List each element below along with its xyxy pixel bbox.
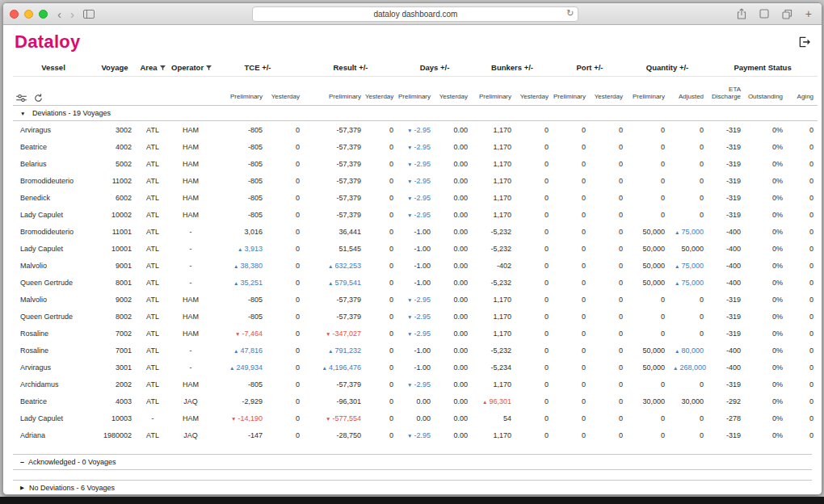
share-icon[interactable]: [734, 8, 749, 19]
cell-value: 0: [389, 346, 393, 355]
cell-value: 0: [296, 380, 300, 388]
voyage-row[interactable]: Archidamus2002ATLHAM-8050-57,3790▼-2.950…: [13, 376, 818, 393]
voyage-row[interactable]: Rosaline7001ATL-▲47,8160▲791,2320-1.000.…: [13, 342, 818, 359]
subheader-quantity-adjusted[interactable]: Adjusted: [669, 77, 708, 106]
subheader-port-preliminary[interactable]: Preliminary: [553, 77, 590, 106]
cell-value: -: [190, 245, 192, 253]
cell-area: ATL: [136, 426, 170, 443]
filter-icon[interactable]: [160, 65, 166, 71]
voyage-row[interactable]: Lady Capulet10002ATLHAM-8050-57,3790▼-2.…: [13, 206, 818, 223]
subheader-eta-discharge[interactable]: ETA Discharge: [708, 77, 745, 106]
voyage-row[interactable]: Belarius5002ATLHAM-8050-57,3790▼-2.950.0…: [13, 155, 818, 172]
section-label: No Deviations - 6 Voyages: [29, 484, 115, 492]
tab-overview-icon[interactable]: [780, 9, 795, 19]
subheader-port-yesterday[interactable]: Yesterday: [590, 77, 627, 106]
section-header-acknowledged[interactable]: – Acknowledged - 0 Voyages: [13, 454, 812, 470]
subheader-bunkers-yesterday[interactable]: Yesterday: [515, 77, 553, 106]
voyage-row[interactable]: Lady Capulet10003-HAM▼-14,1900▼-577,5540…: [13, 410, 818, 426]
col-header-bunkers[interactable]: Bunkers +/-: [472, 58, 553, 77]
collapse-toggle-icon[interactable]: ▶: [20, 485, 24, 491]
subheader-outstanding[interactable]: Outstanding: [745, 77, 787, 106]
collapse-toggle-icon[interactable]: ▼: [20, 111, 25, 116]
cell-port-yesterday: 0: [590, 342, 627, 359]
cell-value: 0: [544, 194, 549, 202]
cell-value: 3002: [116, 126, 132, 134]
voyage-row[interactable]: Lady Capulet10001ATL-▲3,913051,5450-1.00…: [13, 240, 818, 257]
col-header-quantity[interactable]: Quantity +/-: [627, 58, 708, 77]
voyage-row[interactable]: Beatrice4002ATLHAM-8050-57,3790▼-2.950.0…: [13, 138, 818, 155]
new-tab-button[interactable]: +: [802, 8, 815, 19]
cell-days-preliminary: -1.00: [397, 223, 435, 240]
forward-button[interactable]: ›: [68, 8, 77, 20]
cell-eta-discharge: -319: [708, 376, 745, 393]
back-button[interactable]: ‹: [55, 8, 64, 20]
voyage-row[interactable]: Arviragus3001ATL-▲249,9340▲4,196,4760-1.…: [13, 359, 818, 376]
cell-result-preliminary: 36,441: [304, 223, 365, 240]
voyage-row[interactable]: Beatrice4003ATLJAQ-2,9290-96,30100.000.0…: [13, 393, 818, 410]
minimize-window-button[interactable]: [24, 10, 33, 19]
col-header-area[interactable]: Area: [136, 58, 170, 77]
collapse-toggle-icon[interactable]: –: [20, 459, 24, 466]
new-window-icon[interactable]: [757, 9, 771, 19]
subheader-bunkers-preliminary[interactable]: Preliminary: [472, 77, 515, 106]
voyage-row[interactable]: Malvolio9002ATLHAM-8050-57,3790▼-2.950.0…: [13, 291, 818, 308]
col-header-days[interactable]: Days +/-: [397, 58, 472, 77]
col-header-voyage[interactable]: Voyage: [94, 58, 136, 77]
subheader-quantity-preliminary[interactable]: Preliminary: [627, 77, 669, 106]
zoom-window-button[interactable]: [39, 10, 48, 19]
cell-value: 0%: [772, 414, 783, 422]
col-header-vessel[interactable]: Vessel: [13, 58, 94, 77]
cell-value: 0.00: [453, 414, 468, 422]
voyage-row[interactable]: Rosaline7002ATLHAM▼-7,4640▼-347,0270▼-2.…: [13, 325, 818, 342]
subheader-result-preliminary[interactable]: Preliminary: [304, 77, 365, 106]
voyage-row[interactable]: Malvolio9001ATL-▲38,3800▲632,2530-1.000.…: [13, 257, 818, 274]
close-window-button[interactable]: [10, 10, 19, 19]
refresh-icon[interactable]: [34, 94, 43, 103]
col-header-tce[interactable]: TCE +/-: [212, 58, 304, 77]
cell-eta-discharge: -400: [708, 274, 745, 291]
cell-value: 0: [296, 346, 300, 355]
cell-value: 0: [389, 330, 393, 338]
col-header-payment-status[interactable]: Payment Status: [708, 58, 818, 77]
cell-value: 75,000: [682, 279, 704, 287]
subheader-aging[interactable]: Aging: [787, 77, 818, 106]
cell-result-preliminary: ▼-347,027: [304, 325, 365, 342]
subheader-days-yesterday[interactable]: Yesterday: [435, 77, 472, 106]
cell-operator: HAM: [170, 189, 212, 206]
cell-tce-preliminary: -2,929: [212, 393, 267, 410]
url-bar[interactable]: dataloy dashboard.com ↻: [252, 6, 578, 22]
cell-value: 0: [389, 397, 393, 405]
voyage-row[interactable]: Queen Gertrude8002ATLHAM-8050-57,3790▼-2…: [13, 308, 818, 325]
cell-vessel: Queen Gertrude: [13, 308, 94, 325]
cell-days-yesterday: 0.00: [435, 376, 472, 393]
subheader-result-yesterday[interactable]: Yesterday: [365, 77, 397, 106]
voyage-row[interactable]: Bromodideuterio11001ATL-3,016036,4410-1.…: [13, 223, 818, 240]
filter-icon[interactable]: [206, 65, 212, 71]
sign-out-icon[interactable]: [798, 36, 810, 48]
col-header-result[interactable]: Result +/-: [304, 58, 397, 77]
cell-value: 0: [661, 431, 665, 439]
col-header-port[interactable]: Port +/-: [553, 58, 627, 77]
voyage-row[interactable]: Bromodideuterio11002ATLHAM-8050-57,3790▼…: [13, 172, 818, 189]
voyage-row[interactable]: Queen Gertrude8001ATL-▲35,2510▲579,5410-…: [13, 274, 818, 291]
cell-value: 0: [809, 262, 813, 270]
cell-operator: HAM: [170, 410, 212, 426]
cell-value: 0: [389, 262, 393, 270]
col-header-operator[interactable]: Operator: [170, 58, 212, 77]
subheader-tce-yesterday[interactable]: Yesterday: [267, 77, 304, 106]
section-header-no-deviations[interactable]: ▶ No Deviations - 6 Voyages: [13, 480, 812, 495]
reload-icon[interactable]: ↻: [566, 8, 574, 19]
cell-tce-yesterday: 0: [267, 257, 304, 274]
cell-value: -5,232: [490, 245, 511, 253]
up-arrow-icon: ▲: [675, 229, 679, 235]
voyage-row[interactable]: Arviragus3002ATLHAM-8050-57,3790▼-2.950.…: [13, 121, 818, 139]
voyage-row[interactable]: Adriana1980002ATLJAQ-1470-28,7500▼-2.950…: [13, 426, 818, 443]
section-header-deviations[interactable]: ▼ Deviations - 19 Voyages: [13, 106, 818, 121]
cell-value: -1.00: [414, 279, 431, 287]
filter-settings-icon[interactable]: [16, 94, 27, 103]
subheader-days-preliminary[interactable]: Preliminary: [397, 77, 435, 106]
voyage-row[interactable]: Benedick6002ATLHAM-8050-57,3790▼-2.950.0…: [13, 189, 818, 206]
subheader-tce-preliminary[interactable]: Preliminary: [212, 77, 267, 106]
cell-aging: 0: [787, 308, 818, 325]
sidebar-toggle-icon[interactable]: [81, 10, 97, 19]
